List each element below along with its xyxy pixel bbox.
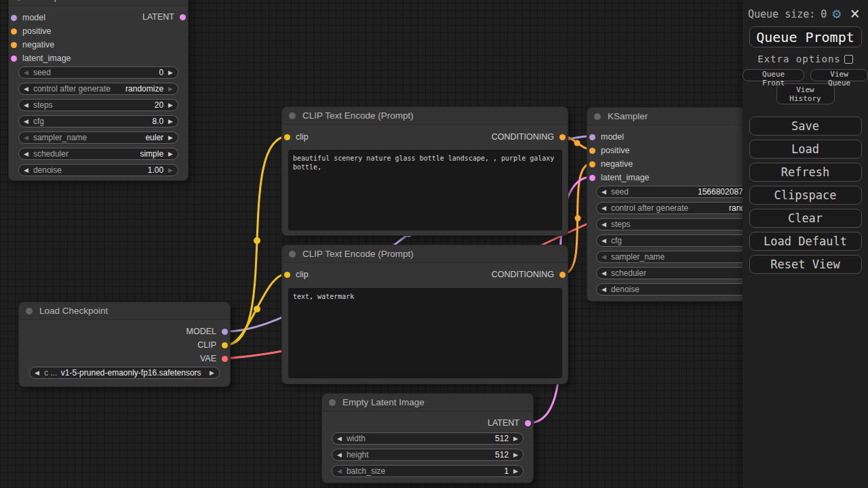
decrement-arrow-icon[interactable]: ◀ <box>332 452 347 458</box>
extra-options-checkbox[interactable] <box>844 55 853 64</box>
decrement-arrow-icon[interactable]: ◀ <box>30 370 44 376</box>
increment-arrow-icon[interactable]: ▶ <box>163 102 178 108</box>
view-queue-button[interactable]: View Queue <box>810 69 868 81</box>
widget-batch-size[interactable]: ◀batch_size1▶ <box>332 465 524 477</box>
model-slot-icon[interactable] <box>222 329 228 335</box>
node-load-checkpoint[interactable]: Load Checkpoint MODEL CLIP VAE ◀c ...v1-… <box>18 302 231 387</box>
decrement-arrow-icon[interactable]: ◀ <box>597 222 611 228</box>
positive-prompt-textarea[interactable]: beautiful scenery nature glass bottle la… <box>288 150 562 230</box>
collapse-dot-icon[interactable] <box>329 399 336 406</box>
output-slot-clip[interactable]: CLIP <box>197 338 228 352</box>
output-slot-model[interactable]: MODEL <box>186 325 228 338</box>
widget-scheduler[interactable]: ◀schedulersimple▶ <box>18 148 178 160</box>
increment-arrow-icon[interactable]: ▶ <box>509 436 523 442</box>
clip-slot-icon[interactable] <box>284 272 290 278</box>
collapse-dot-icon[interactable] <box>26 308 33 314</box>
decrement-arrow-icon[interactable]: ◀ <box>597 238 611 244</box>
node-graph-canvas[interactable]: KSampler model positive negative latent_… <box>0 0 868 488</box>
widget-width[interactable]: ◀width512▶ <box>332 432 524 445</box>
decrement-arrow-icon[interactable]: ◀ <box>19 70 33 76</box>
save-button[interactable]: Save <box>749 117 862 136</box>
conditioning-slot-icon[interactable] <box>11 42 17 48</box>
input-slot-model[interactable]: model <box>589 130 624 144</box>
input-slot-negative[interactable]: negative <box>589 157 633 171</box>
collapse-dot-icon[interactable] <box>289 113 296 119</box>
latent-slot-icon[interactable] <box>589 175 595 181</box>
increment-arrow-icon[interactable]: ▶ <box>163 70 178 76</box>
decrement-arrow-icon[interactable]: ◀ <box>597 254 611 260</box>
widget-height[interactable]: ◀height512▶ <box>332 449 524 461</box>
increment-arrow-icon[interactable]: ▶ <box>163 135 178 141</box>
refresh-button[interactable]: Refresh <box>749 163 862 182</box>
node-titlebar[interactable]: CLIP Text Encode (Prompt) <box>282 107 568 125</box>
clear-button[interactable]: Clear <box>749 209 862 228</box>
node-ksampler-left[interactable]: KSampler model positive negative latent_… <box>8 0 189 181</box>
decrement-arrow-icon[interactable]: ◀ <box>19 86 33 92</box>
load-button[interactable]: Load <box>749 140 862 159</box>
view-history-button[interactable]: View History <box>776 83 835 104</box>
collapse-dot-icon[interactable] <box>594 113 601 120</box>
latent-slot-icon[interactable] <box>11 56 17 62</box>
node-titlebar[interactable]: KSampler <box>9 0 188 6</box>
output-slot-conditioning[interactable]: CONDITIONING <box>492 268 566 281</box>
model-slot-icon[interactable] <box>589 134 595 140</box>
conditioning-slot-icon[interactable] <box>559 134 566 140</box>
reset-view-button[interactable]: Reset View <box>749 255 862 274</box>
decrement-arrow-icon[interactable]: ◀ <box>19 151 33 157</box>
conditioning-slot-icon[interactable] <box>589 148 595 154</box>
node-clip-text-encode-positive[interactable]: CLIP Text Encode (Prompt) clip CONDITION… <box>281 106 568 236</box>
model-slot-icon[interactable] <box>11 15 17 21</box>
conditioning-slot-icon[interactable] <box>11 28 17 35</box>
latent-slot-icon[interactable] <box>180 14 186 20</box>
increment-arrow-icon[interactable]: ▶ <box>163 119 178 125</box>
input-slot-model[interactable]: model <box>11 11 45 24</box>
node-titlebar[interactable]: Load Checkpoint <box>19 302 230 320</box>
clipspace-button[interactable]: Clipspace <box>749 186 862 205</box>
widget-control-after-generate[interactable]: ◀control after generaterandomize▶ <box>18 83 178 95</box>
widget-ckpt-name[interactable]: ◀c ...v1-5-pruned-emaonly-fp16.safetenso… <box>29 367 220 379</box>
increment-arrow-icon[interactable]: ▶ <box>163 151 178 157</box>
widget-cfg[interactable]: ◀cfg8.0▶ <box>18 115 178 127</box>
input-slot-positive[interactable]: positive <box>589 144 629 157</box>
input-slot-latent-image[interactable]: latent_image <box>589 171 650 184</box>
widget-steps[interactable]: ◀steps20▶ <box>18 99 178 111</box>
decrement-arrow-icon[interactable]: ◀ <box>19 167 33 174</box>
latent-slot-icon[interactable] <box>525 420 531 426</box>
output-slot-latent[interactable]: LATENT <box>142 10 186 24</box>
output-slot-vae[interactable]: VAE <box>200 352 228 365</box>
decrement-arrow-icon[interactable]: ◀ <box>597 270 611 277</box>
clip-slot-icon[interactable] <box>284 134 290 140</box>
output-slot-latent[interactable]: LATENT <box>488 416 531 430</box>
decrement-arrow-icon[interactable]: ◀ <box>19 119 33 125</box>
decrement-arrow-icon[interactable]: ◀ <box>19 135 33 141</box>
input-slot-negative[interactable]: negative <box>11 38 54 52</box>
output-slot-conditioning[interactable]: CONDITIONING <box>492 130 566 144</box>
input-slot-clip[interactable]: clip <box>284 268 309 281</box>
node-clip-text-encode-negative[interactable]: CLIP Text Encode (Prompt) clip CONDITION… <box>281 245 568 384</box>
close-icon[interactable]: × <box>850 7 860 20</box>
queue-prompt-button[interactable]: Queue Prompt <box>749 26 862 47</box>
input-slot-clip[interactable]: clip <box>284 130 309 144</box>
increment-arrow-icon[interactable]: ▶ <box>205 370 219 376</box>
widget-seed[interactable]: ◀seed0▶ <box>18 66 178 79</box>
increment-arrow-icon[interactable]: ▶ <box>163 167 178 174</box>
decrement-arrow-icon[interactable]: ◀ <box>597 189 611 195</box>
queue-front-button[interactable]: Queue Front <box>743 69 804 81</box>
increment-arrow-icon[interactable]: ▶ <box>509 468 523 474</box>
increment-arrow-icon[interactable]: ▶ <box>509 452 523 458</box>
negative-prompt-textarea[interactable]: text, watermark <box>288 288 562 378</box>
decrement-arrow-icon[interactable]: ◀ <box>19 102 33 108</box>
load-default-button[interactable]: Load Default <box>749 232 862 251</box>
vae-slot-icon[interactable] <box>222 356 228 362</box>
widget-sampler-name[interactable]: ◀sampler_nameeuler▶ <box>18 131 178 144</box>
decrement-arrow-icon[interactable]: ◀ <box>597 287 611 293</box>
node-empty-latent-image[interactable]: Empty Latent Image LATENT ◀width512▶ ◀he… <box>321 393 534 483</box>
clip-slot-icon[interactable] <box>222 342 228 348</box>
collapse-dot-icon[interactable] <box>289 251 296 258</box>
node-titlebar[interactable]: Empty Latent Image <box>322 394 533 411</box>
conditioning-slot-icon[interactable] <box>589 161 595 167</box>
settings-gear-icon[interactable]: ⚙ <box>832 7 841 21</box>
node-titlebar[interactable]: CLIP Text Encode (Prompt) <box>282 245 568 263</box>
conditioning-slot-icon[interactable] <box>559 272 566 278</box>
collapse-dot-icon[interactable] <box>16 0 22 1</box>
